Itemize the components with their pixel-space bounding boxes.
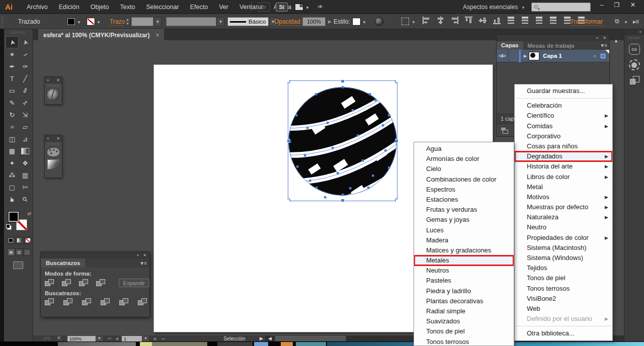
intersect-icon[interactable] [79,279,89,287]
document-tab-close-icon[interactable]: × [155,32,159,39]
type-tool[interactable]: T [6,72,19,84]
distribute-vertical-bottom-icon[interactable] [535,17,543,24]
menu-item[interactable]: Cosas para niños ▶ [515,141,612,151]
menu-item[interactable]: Tejidos ▶ [515,263,612,273]
screen-mode-button[interactable] [13,262,23,269]
align-vertical-center-icon[interactable] [479,17,487,24]
taskbar-app-thumbnail[interactable] [58,342,136,346]
magic-wand-tool[interactable]: ✶ [6,48,19,60]
menu-item[interactable]: Suavizados [414,316,514,326]
menubar-item[interactable]: Archivo [21,0,53,14]
swap-fill-stroke-icon[interactable]: ⇄ [27,211,31,216]
minus-front-icon[interactable] [62,279,71,287]
fill-caret-icon[interactable]: ▼ [77,20,81,25]
share-icon[interactable]: ⇱ [57,336,61,341]
opacity-flyout-icon[interactable]: ▶ [328,19,332,24]
tools-panel-grip[interactable] [11,31,26,34]
menu-item[interactable]: Luces [414,225,514,235]
menu-item[interactable]: Web ▶ [515,304,612,314]
menu-item[interactable]: Espectros [414,185,514,195]
menu-item[interactable]: Madera [414,235,514,245]
previous-artboard-icon[interactable]: ◀ [115,336,118,341]
layer-name[interactable]: Capa 1 [543,53,562,59]
blend-tool[interactable]: ❖ [19,157,32,169]
distribute-horizontal-left-icon[interactable] [549,17,557,24]
zoom-level-field[interactable]: 100% [67,336,96,341]
workspace-caret-icon[interactable]: ▼ [521,6,525,10]
document-tab[interactable]: esfera* al 100% (CMYK/Previsualizar) × [38,29,164,40]
menu-item[interactable]: Propiedades de color ▶ [515,233,612,243]
menu-item[interactable]: Radial simple [414,306,514,316]
close-button[interactable]: ✕ [624,0,641,11]
paint-color-button[interactable] [7,237,15,244]
workspace-switcher[interactable]: Aspectos esenciales [463,0,518,14]
selection-tool[interactable]: ➤ [6,36,19,48]
menu-item[interactable]: Combinaciones de color [414,175,514,185]
align-horizontal-center-icon[interactable] [437,17,444,24]
menu-item[interactable]: VisiBone2 ▶ [515,294,612,304]
isolate-mode-icon[interactable]: ⧉ [615,18,619,25]
crop-icon[interactable] [101,298,111,306]
default-fill-stroke-icon[interactable] [7,225,12,230]
menu-item[interactable]: Tonos terrosos ▶ [515,284,612,294]
outline-icon[interactable] [119,298,129,306]
slice-tool[interactable]: ✄ [19,181,32,193]
minimize-button[interactable]: – [594,0,609,11]
panel-grip[interactable] [48,143,59,145]
dock-grip[interactable] [628,37,640,39]
distribute-vertical-top-icon[interactable] [507,17,515,24]
select-similar-icon[interactable] [401,18,409,25]
menu-item[interactable]: Corporativo ▶ [515,131,612,141]
gradient-panel-icon[interactable] [47,159,59,169]
merge-icon[interactable] [82,298,92,306]
menu-item[interactable]: Guardar muestras... ▶ [515,86,612,96]
menubar-item[interactable]: Texto [115,0,141,14]
panel-grip[interactable] [48,84,59,87]
eyedropper-tool[interactable]: ✦ [6,157,19,169]
blob-brush-tool[interactable]: ✑ [19,60,32,72]
taskbar-app-thumbnail[interactable] [140,342,152,346]
paint-none-button[interactable] [24,237,32,244]
shape-builder-tool[interactable]: ◫ [6,133,19,145]
last-artboard-icon[interactable]: ⏭ [162,336,165,341]
align-horizontal-right-icon[interactable] [451,17,458,24]
menu-item[interactable]: Naturaleza ▶ [515,212,612,222]
perspective-grid-tool[interactable]: ⊿ [19,133,32,145]
fill-color-swatch[interactable] [67,18,75,26]
opacity-field[interactable]: 100% [302,17,326,26]
status-bar-flyout-icon[interactable]: ▶ [260,336,263,341]
brush-definition-field[interactable]: Básico [227,17,269,26]
tab-layers[interactable]: Capas [497,41,523,50]
opacity-label[interactable]: Opacidad: [274,18,302,26]
menubar-item[interactable]: Objeto [85,0,115,14]
menu-item[interactable]: Gemas y joyas [414,215,514,225]
menu-item[interactable]: Metales [414,255,514,266]
menu-item[interactable]: Metal ▶ [515,182,612,192]
stroke-weight-caret-icon[interactable]: ▼ [154,17,162,26]
select-similar-caret-icon[interactable]: ▼ [412,20,416,25]
isolate-caret-icon[interactable]: ▼ [624,20,628,25]
stroke-caret-icon[interactable]: ▼ [97,20,101,25]
pencil-tool[interactable]: ✎ [6,97,19,109]
hand-tool[interactable]: ☛ [6,193,19,205]
recolor-artwork-icon[interactable] [375,17,383,26]
draw-inside-button[interactable]: ▢ [23,248,31,256]
scissors-tool[interactable]: ✂ [19,97,32,109]
taskbar-app-thumbnail[interactable] [281,342,293,346]
scroll-up-icon[interactable]: ▲ [614,38,618,43]
stock-button[interactable]: St [276,3,288,12]
layer-target-icon[interactable]: ○ [593,53,596,59]
zoom-caret-icon[interactable]: ▼ [96,336,103,341]
taskbar-app-thumbnail[interactable] [254,342,268,346]
search-input[interactable] [531,3,591,12]
menu-item[interactable]: Matices y gradaciones [414,245,514,255]
lasso-tool[interactable]: ∽ [19,48,32,60]
menu-item[interactable]: Celebración ▶ [515,101,612,111]
menubar-item[interactable]: Edición [53,0,85,14]
close-panel-icon[interactable]: ✕ [143,253,146,257]
floating-panel-header[interactable]: »✕ [45,135,62,142]
rotate-tool[interactable]: ↻ [6,109,19,121]
control-panel-menu-icon[interactable]: ▸≡ [633,18,638,25]
pen-tool[interactable]: ✒ [6,60,19,72]
menu-item[interactable]: Libros de color ▶ [515,172,612,182]
